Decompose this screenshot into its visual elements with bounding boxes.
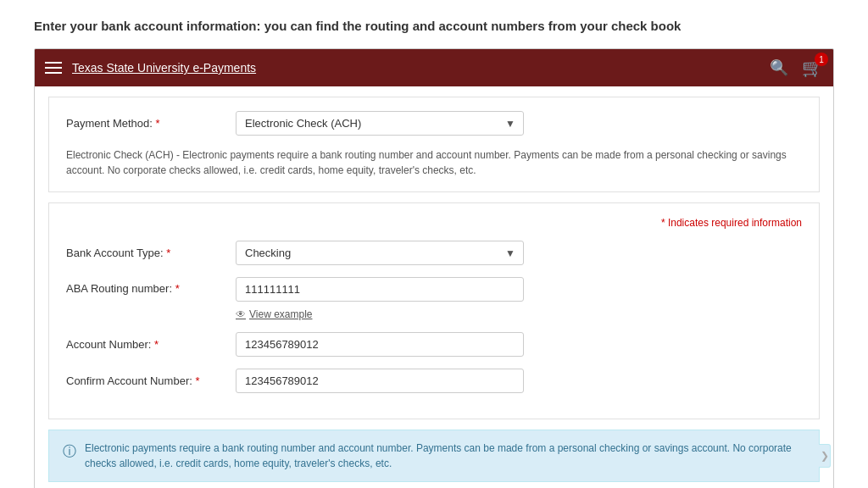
info-box: ⓘ Electronic payments require a bank rou…	[48, 430, 820, 482]
payment-method-section: Payment Method: * Electronic Check (ACH)…	[48, 97, 820, 192]
confirm-account-label: Confirm Account Number: *	[66, 374, 236, 387]
eye-icon: 👁	[236, 308, 246, 320]
confirm-account-control	[236, 369, 524, 393]
required-note: * Indicates required information	[66, 217, 802, 229]
payment-method-description: Electronic Check (ACH) - Electronic paym…	[66, 147, 802, 178]
payment-method-row: Payment Method: * Electronic Check (ACH)…	[66, 111, 802, 136]
nav-right: 🔍 🛒 1	[770, 58, 823, 78]
info-icon: ⓘ	[63, 441, 76, 462]
account-number-required: *	[154, 338, 159, 351]
hamburger-icon[interactable]	[45, 62, 62, 74]
info-box-text: Electronic payments require a bank routi…	[85, 441, 805, 471]
view-example-link[interactable]: 👁 View example	[236, 308, 312, 320]
nav-bar: Texas State University e-Payments 🔍 🛒 1	[35, 49, 833, 86]
nav-site-title[interactable]: Texas State University e-Payments	[72, 61, 256, 75]
account-number-control	[236, 332, 524, 357]
account-type-row: Bank Account Type: * Checking Savings ▼	[66, 241, 802, 265]
routing-number-input[interactable]	[236, 277, 524, 302]
content-area: Payment Method: * Electronic Check (ACH)…	[35, 97, 833, 482]
confirm-account-input[interactable]	[236, 369, 524, 393]
confirm-account-required: *	[195, 374, 199, 387]
page-title: Enter your bank account information: you…	[34, 17, 834, 35]
routing-required: *	[175, 282, 180, 295]
search-icon[interactable]: 🔍	[770, 58, 788, 77]
cart-badge: 1	[815, 53, 828, 66]
view-example-wrapper: 👁 View example	[236, 305, 524, 320]
account-number-label: Account Number: *	[66, 338, 236, 351]
routing-number-row: ABA Routing number: * 👁 View example	[66, 277, 802, 320]
account-number-input[interactable]	[236, 332, 524, 357]
account-type-label: Bank Account Type: *	[66, 247, 236, 259]
confirm-account-row: Confirm Account Number: *	[66, 369, 802, 393]
routing-number-label: ABA Routing number: *	[66, 277, 236, 295]
account-number-row: Account Number: *	[66, 332, 802, 357]
payment-method-required: *	[156, 117, 160, 130]
nav-left: Texas State University e-Payments	[45, 61, 256, 75]
payment-method-select-wrapper: Electronic Check (ACH) ▼	[236, 111, 524, 136]
side-arrow: ❯	[819, 444, 831, 468]
payment-method-label: Payment Method: *	[66, 117, 236, 130]
cart-button[interactable]: 🛒 1	[802, 58, 823, 78]
app-window: Texas State University e-Payments 🔍 🛒 1 …	[34, 48, 834, 488]
account-type-required: *	[166, 247, 170, 259]
bank-account-section: * Indicates required information Bank Ac…	[48, 202, 820, 419]
payment-method-select[interactable]: Electronic Check (ACH)	[236, 111, 524, 136]
payment-method-control: Electronic Check (ACH) ▼	[236, 111, 524, 136]
account-type-control: Checking Savings ▼	[236, 241, 524, 265]
routing-number-control: 👁 View example	[236, 277, 524, 320]
account-type-select-wrapper: Checking Savings ▼	[236, 241, 524, 265]
account-type-select[interactable]: Checking Savings	[236, 241, 524, 265]
